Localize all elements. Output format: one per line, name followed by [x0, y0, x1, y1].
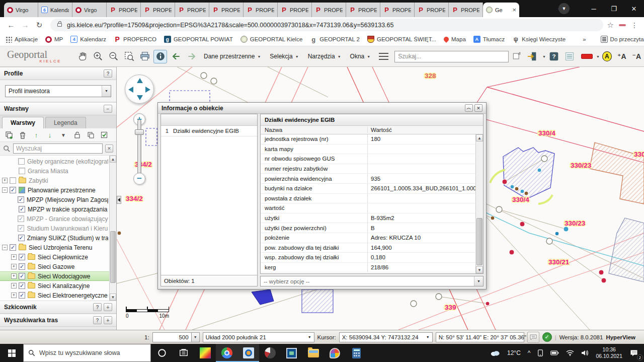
- identify-info-button[interactable]: [153, 50, 167, 63]
- bookmark-item[interactable]: Do przeczytania: [601, 36, 644, 43]
- dialog-collapse-button[interactable]: ︿: [465, 104, 473, 112]
- browser-tab[interactable]: PPROPE: [107, 3, 141, 17]
- bookmark-item[interactable]: »: [573, 36, 586, 43]
- layer-tree-item[interactable]: +✓Sieci Kanalizacyjne: [0, 281, 109, 291]
- bookmark-item[interactable]: Mapa: [444, 36, 466, 42]
- attribute-row[interactable]: budynki na działce266101_1.0005.334_BUD,…: [261, 184, 475, 194]
- dialog-close-button[interactable]: ✕: [474, 104, 482, 112]
- routes-expand-button[interactable]: +: [104, 316, 112, 324]
- taskbar-search[interactable]: Wpisz tu wyszukiwane słowa: [23, 344, 151, 362]
- bookmark-item[interactable]: gGEOPORTAL POWIAT: [164, 36, 233, 43]
- routes-section-header[interactable]: Wyszukiwarka tras ? +: [0, 314, 116, 327]
- expand-icon[interactable]: +: [11, 254, 17, 260]
- sketch-help-button[interactable]: ?: [93, 303, 102, 311]
- browser-tab[interactable]: PPROPE: [175, 3, 209, 17]
- geo-coords[interactable]: N: 50° 53' 11.40" E: 20° 37' 05.36": [436, 332, 524, 342]
- weather-cloud-icon[interactable]: [487, 344, 504, 362]
- layer-tree-item[interactable]: +✓Sieci Elektroenergetyczne: [0, 291, 109, 300]
- attribute-row[interactable]: pow. zabudowy dla tej działki164,900: [261, 243, 475, 253]
- copy-icon[interactable]: [87, 131, 95, 139]
- checkbox-checked[interactable]: ✓: [18, 215, 24, 222]
- attribute-row[interactable]: użytkiB-935m2: [261, 213, 475, 224]
- view-back-icon[interactable]: [169, 50, 183, 63]
- browser-tab[interactable]: Virgo: [4, 3, 38, 17]
- zoom-out-icon[interactable]: [107, 50, 120, 63]
- layer-tree-item[interactable]: Granica Miasta: [0, 166, 109, 176]
- layer-tree-item[interactable]: ✓MPZP (Miejscowy Plan Zagospoda: [0, 195, 109, 204]
- attribute-row[interactable]: powierzchnia ewidencyjna935: [261, 174, 475, 184]
- browser-tab[interactable]: PPROPE: [415, 3, 449, 17]
- profile-select[interactable]: Profil inwestora ▼: [5, 85, 111, 97]
- pan-west-icon[interactable]: [128, 87, 133, 93]
- zoom-slider-track[interactable]: [137, 119, 141, 179]
- task-view-button[interactable]: [173, 344, 194, 362]
- layer-tree-item[interactable]: ✓Zmiany SUiKZ (Studium) w trakci: [0, 233, 109, 243]
- expand-icon[interactable]: +: [11, 293, 17, 298]
- browser-tab[interactable]: PPROPE: [449, 3, 483, 17]
- zoom-window-icon[interactable]: [122, 50, 136, 63]
- photos-taskbar-button[interactable]: [281, 344, 302, 362]
- tab-close-icon[interactable]: ×: [512, 6, 516, 14]
- sketch-section-header[interactable]: Szkicownik ? +: [0, 301, 116, 314]
- menu-dane-przestrzenne[interactable]: Dane przestrzenne▼: [204, 53, 261, 60]
- expand-icon[interactable]: +: [11, 264, 17, 269]
- language-caret-icon[interactable]: ▼: [596, 55, 600, 58]
- attribute-row[interactable]: powstała z działek: [261, 194, 475, 204]
- temperature-label[interactable]: 12°C: [504, 344, 524, 362]
- pan-hand-icon[interactable]: [75, 50, 89, 63]
- back-icon[interactable]: ←: [4, 21, 18, 29]
- layer-tree-item[interactable]: +✓Sieci Telekomunikacyjne: [0, 300, 109, 301]
- menu-selekcja[interactable]: Selekcja▼: [270, 53, 298, 60]
- attribute-row[interactable]: jednostka rejestrowa (nr)180: [261, 134, 475, 144]
- chrome-taskbar-button[interactable]: [216, 344, 237, 362]
- expand-icon[interactable]: +: [11, 283, 17, 288]
- font-increase-button[interactable]: ⁺A: [617, 52, 626, 60]
- unlock-icon[interactable]: [73, 131, 81, 139]
- browser-tab[interactable]: PPROPE: [141, 3, 175, 17]
- checkbox-unchecked[interactable]: [10, 177, 16, 184]
- window-minimize-button[interactable]: ─: [584, 0, 604, 17]
- layer-tree-item[interactable]: +✓Sieci Gazowe: [0, 262, 109, 271]
- checkbox-checked[interactable]: ✓: [19, 273, 25, 279]
- layer-tree-item[interactable]: Gleby organiczne (ekofizjografia: [0, 157, 109, 166]
- explorer-taskbar-button[interactable]: [302, 344, 324, 362]
- checkbox-checked[interactable]: ✓: [19, 292, 25, 299]
- login-caret-icon[interactable]: ▼: [542, 55, 546, 58]
- legend-list-icon[interactable]: [562, 50, 576, 63]
- menu-narz-dzia[interactable]: Narzędzia▼: [308, 53, 341, 60]
- expand-icon[interactable]: +: [11, 273, 17, 279]
- projection-select[interactable]: Układ 2000 południk 21▼: [203, 332, 314, 342]
- zoom-out-button[interactable]: −: [133, 173, 145, 185]
- browser-menu-icon[interactable]: ⋮: [631, 21, 638, 29]
- window-close-button[interactable]: ✕: [624, 0, 644, 17]
- browser-tab[interactable]: PPROPE: [209, 3, 244, 17]
- connection-status-icon[interactable]: ✓: [542, 332, 552, 342]
- checkbox-unchecked[interactable]: [18, 158, 25, 165]
- filter-icon[interactable]: ▼: [59, 131, 67, 139]
- zoom-slider-handle[interactable]: [135, 129, 144, 135]
- contrast-button[interactable]: A: [602, 51, 612, 61]
- attribute-row[interactable]: nr obwodu spisowego GUS: [261, 154, 475, 164]
- tree-scrollbar[interactable]: ▲ ▼: [109, 156, 116, 301]
- attribute-row[interactable]: użytki (bez powierzchni)B: [261, 223, 475, 233]
- dialog-titlebar[interactable]: Informacje o obiekcie ︿ ✕: [158, 103, 486, 114]
- url-input[interactable]: gis.kielce.eu/?profile=17509&projection=…: [50, 19, 603, 31]
- browser-tab[interactable]: PPROPE: [278, 3, 312, 17]
- checkbox-checked[interactable]: ✓: [18, 225, 24, 232]
- scroll-up-icon[interactable]: ▲: [110, 156, 116, 163]
- chevron-down-icon[interactable]: ▼: [102, 86, 111, 97]
- forward-icon[interactable]: →: [18, 21, 32, 29]
- feedback-icon[interactable]: [527, 332, 539, 343]
- attribute-row[interactable]: kerg218/86: [261, 263, 475, 273]
- checkbox-checked[interactable]: ✓: [19, 206, 25, 212]
- layers-collapse-button[interactable]: −: [104, 105, 112, 113]
- layer-search-input[interactable]: [13, 143, 103, 154]
- bookmark-item[interactable]: ATłumacz: [473, 36, 505, 43]
- font-decrease-button[interactable]: ⁻A: [632, 52, 641, 60]
- chevron-down-icon[interactable]: ▼: [474, 276, 483, 286]
- help-icon[interactable]: ?: [547, 50, 560, 63]
- bookmark-star-icon[interactable]: ☆: [607, 21, 614, 30]
- checkbox-checked[interactable]: ✓: [19, 282, 25, 289]
- map-compass[interactable]: [125, 75, 154, 104]
- layer-tree-item[interactable]: ✓MPZP w trakcie sporządzania: [0, 204, 109, 214]
